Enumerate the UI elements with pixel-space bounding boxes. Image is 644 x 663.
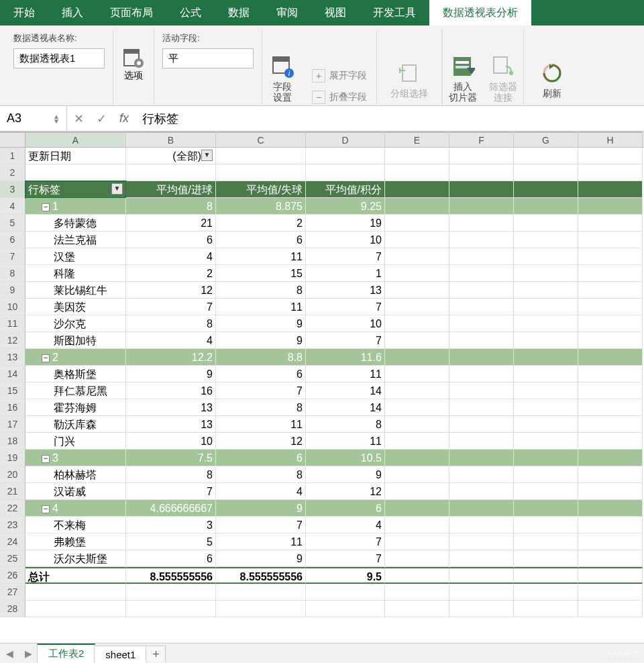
cell[interactable] — [514, 299, 578, 315]
cell[interactable] — [306, 601, 385, 617]
cell[interactable]: 15 — [216, 265, 306, 282]
cell[interactable]: 8 — [216, 282, 306, 299]
cell[interactable]: 11 — [306, 366, 385, 382]
cell[interactable] — [449, 584, 514, 601]
cell[interactable]: 7 — [306, 248, 385, 265]
cell[interactable] — [449, 181, 514, 198]
cell[interactable] — [514, 466, 578, 483]
cell[interactable] — [449, 601, 514, 617]
cell[interactable]: 14 — [306, 399, 385, 416]
cell[interactable] — [385, 567, 449, 584]
cell[interactable]: 11.6 — [306, 349, 385, 366]
cell[interactable]: 11 — [216, 299, 306, 315]
cell[interactable] — [385, 299, 449, 315]
cell[interactable]: −3 — [25, 450, 126, 466]
row-header[interactable]: 24 — [0, 533, 25, 550]
cell[interactable]: 7 — [306, 533, 385, 550]
cell[interactable]: 沃尔夫斯堡 — [25, 550, 126, 567]
cell[interactable] — [449, 416, 514, 433]
cell[interactable]: 更新日期 — [25, 148, 126, 164]
cell[interactable] — [385, 382, 449, 399]
cell[interactable] — [514, 181, 578, 198]
cell[interactable] — [449, 332, 514, 349]
cell[interactable] — [578, 282, 643, 299]
cell[interactable] — [514, 533, 578, 550]
name-box[interactable]: A3 ▲▼ — [0, 106, 67, 131]
cell[interactable] — [514, 450, 578, 466]
row-header[interactable]: 22 — [0, 500, 25, 517]
cell[interactable]: −2 — [25, 349, 126, 366]
cell[interactable] — [578, 148, 643, 164]
cell[interactable]: 多特蒙德 — [25, 215, 126, 232]
cell[interactable] — [578, 198, 643, 215]
cell[interactable] — [126, 164, 216, 181]
cell[interactable]: 8 — [306, 416, 385, 433]
cell[interactable] — [514, 433, 578, 450]
cell[interactable]: 10.5 — [306, 450, 385, 466]
cell[interactable] — [514, 399, 578, 416]
cell[interactable] — [578, 550, 643, 567]
cell[interactable] — [385, 332, 449, 349]
cell[interactable] — [385, 215, 449, 232]
cell[interactable] — [385, 433, 449, 450]
cell[interactable]: 门兴 — [25, 433, 126, 450]
cell[interactable] — [449, 533, 514, 550]
cell[interactable]: 4 — [126, 332, 216, 349]
cell[interactable]: 6 — [126, 232, 216, 248]
ribbon-tab-5[interactable]: 审阅 — [263, 0, 311, 26]
cell[interactable] — [126, 601, 216, 617]
cell[interactable]: 4 — [306, 517, 385, 533]
row-header[interactable]: 17 — [0, 416, 25, 433]
ribbon-tab-2[interactable]: 页面布局 — [97, 0, 166, 26]
cell[interactable] — [385, 500, 449, 517]
cell[interactable] — [449, 198, 514, 215]
cell[interactable] — [449, 517, 514, 533]
options-label[interactable]: 选项 — [124, 70, 143, 82]
cell[interactable] — [25, 584, 126, 601]
ribbon-tab-8[interactable]: 数据透视表分析 — [429, 0, 531, 26]
cell[interactable] — [449, 282, 514, 299]
fx-button[interactable]: fx — [113, 111, 136, 125]
cell[interactable]: 12.2 — [126, 349, 216, 366]
cell[interactable]: 2 — [126, 265, 216, 282]
cell[interactable]: 10 — [126, 433, 216, 450]
ribbon-tab-1[interactable]: 插入 — [48, 0, 97, 26]
cell[interactable]: 9 — [216, 550, 306, 567]
cell[interactable]: 9.5 — [306, 567, 385, 584]
cell[interactable]: 8 — [216, 399, 306, 416]
cell[interactable]: 平均值/积分 — [306, 181, 385, 198]
cell[interactable] — [449, 164, 514, 181]
collapse-toggle[interactable]: − — [42, 505, 50, 513]
cell[interactable]: 6 — [126, 550, 216, 567]
cell[interactable]: −4 — [25, 500, 126, 517]
cell[interactable] — [385, 282, 449, 299]
cell[interactable] — [385, 198, 449, 215]
cell[interactable] — [306, 148, 385, 164]
cell[interactable]: 14 — [306, 382, 385, 399]
row-header[interactable]: 14 — [0, 366, 25, 382]
cell[interactable]: 7.5 — [126, 450, 216, 466]
cell[interactable] — [126, 584, 216, 601]
cell[interactable] — [578, 164, 643, 181]
cell[interactable]: (全部)▼ — [126, 148, 216, 164]
cell[interactable] — [449, 433, 514, 450]
cell[interactable] — [385, 517, 449, 533]
cell[interactable]: 7 — [306, 299, 385, 315]
ribbon-tab-6[interactable]: 视图 — [311, 0, 360, 26]
cell[interactable] — [514, 315, 578, 332]
cell[interactable] — [385, 148, 449, 164]
cell[interactable]: 10 — [306, 315, 385, 332]
cell[interactable] — [514, 500, 578, 517]
cell[interactable] — [385, 483, 449, 500]
cell[interactable]: 平均值/进球 — [126, 181, 216, 198]
cell[interactable] — [578, 399, 643, 416]
cell[interactable] — [385, 450, 449, 466]
cell[interactable] — [449, 349, 514, 366]
cell[interactable] — [449, 567, 514, 584]
cell[interactable] — [514, 366, 578, 382]
cell[interactable]: 8.8 — [216, 349, 306, 366]
cell[interactable] — [578, 567, 643, 584]
cell[interactable]: 11 — [306, 433, 385, 450]
cell[interactable]: 12 — [306, 483, 385, 500]
cell[interactable] — [449, 483, 514, 500]
